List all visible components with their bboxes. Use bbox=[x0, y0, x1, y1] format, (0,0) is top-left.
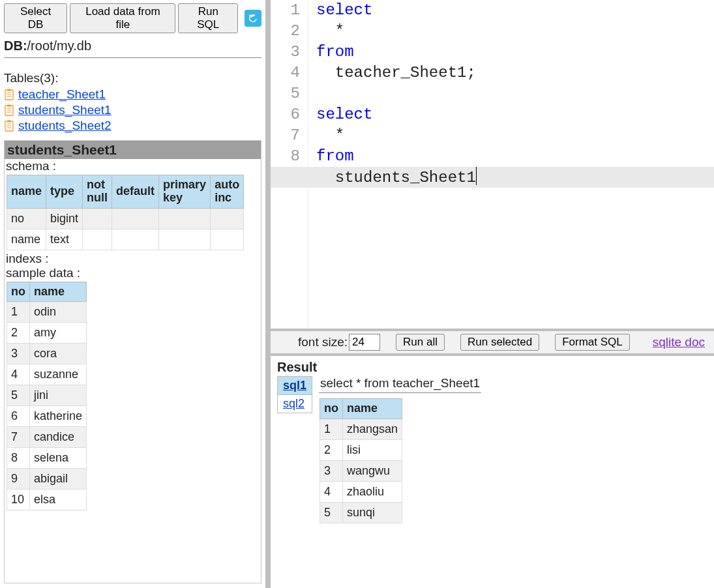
table-cell: 5 bbox=[320, 502, 343, 523]
gutter-line-number: 8 bbox=[271, 146, 300, 167]
table-cell: 2 bbox=[320, 439, 343, 460]
sqlite-doc-link[interactable]: sqlite doc bbox=[653, 335, 705, 349]
format-sql-button[interactable]: Format SQL bbox=[555, 334, 630, 351]
table-link[interactable]: students_Sheet2 bbox=[18, 119, 112, 133]
code-line[interactable]: * bbox=[316, 21, 714, 42]
table-link[interactable]: students_Sheet1 bbox=[18, 103, 112, 117]
result-title: Result bbox=[277, 360, 707, 375]
table-cell bbox=[83, 229, 112, 250]
code-line[interactable]: * bbox=[316, 125, 714, 146]
font-size-input[interactable] bbox=[349, 334, 380, 351]
table-row: 10elsa bbox=[7, 490, 87, 510]
table-list-item: teacher_Sheet1 bbox=[4, 87, 261, 102]
db-label: DB: bbox=[4, 38, 27, 53]
gutter-line-number: 7 bbox=[271, 125, 300, 146]
table-cell: odin bbox=[30, 302, 87, 323]
run-selected-button[interactable]: Run selected bbox=[460, 334, 539, 351]
code-line[interactable]: students_Sheet1 bbox=[316, 167, 714, 188]
table-row: 5sunqi bbox=[320, 502, 402, 523]
table-cell: 1 bbox=[320, 419, 343, 439]
schema-columns-table: nametypenotnulldefaultprimarykeyautoincn… bbox=[7, 175, 244, 250]
code-line[interactable]: teacher_Sheet1; bbox=[316, 63, 714, 83]
table-cell: amy bbox=[30, 323, 87, 344]
table-cell: text bbox=[46, 229, 83, 250]
table-cell: 3 bbox=[320, 460, 343, 481]
table-cell: bigint bbox=[46, 208, 83, 229]
result-tab-sql2[interactable]: sql2 bbox=[277, 394, 312, 413]
refresh-icon[interactable] bbox=[245, 10, 261, 27]
table-row: 2lisi bbox=[320, 439, 402, 460]
code-line[interactable]: select bbox=[316, 0, 714, 21]
code-line[interactable]: from bbox=[316, 42, 714, 63]
gutter-line-number: 3 bbox=[271, 42, 300, 63]
table-cell: 7 bbox=[7, 427, 30, 448]
top-toolbar: Select DB Load data from file Run SQL bbox=[4, 3, 261, 36]
font-size-label: font size: bbox=[298, 335, 348, 349]
select-db-button[interactable]: Select DB bbox=[4, 3, 67, 33]
table-cell: 4 bbox=[7, 364, 30, 385]
table-cell: abigail bbox=[30, 469, 87, 490]
db-path-line: DB:/root/my.db bbox=[4, 38, 261, 58]
table-cell: 6 bbox=[7, 406, 30, 427]
editor-toolbar: font size: Run all Run selected Format S… bbox=[271, 329, 714, 356]
table-cell bbox=[112, 208, 159, 229]
table-cell: cora bbox=[30, 344, 87, 364]
table-cell: katherine bbox=[30, 406, 87, 427]
sample-data-table: noname1odin2amy3cora4suzanne5jini6kather… bbox=[7, 282, 87, 511]
table-header-cell: default bbox=[112, 175, 159, 209]
table-header-cell: primarykey bbox=[159, 175, 211, 209]
table-list-item: students_Sheet1 bbox=[4, 102, 261, 118]
right-panel: 123456789 select *from teacher_Sheet1;se… bbox=[268, 0, 714, 588]
db-path: /root/my.db bbox=[27, 38, 92, 53]
indexes-label: indexs : bbox=[5, 252, 261, 266]
sql-editor[interactable]: 123456789 select *from teacher_Sheet1;se… bbox=[271, 0, 714, 329]
table-cell bbox=[211, 208, 244, 229]
table-cell bbox=[159, 208, 211, 229]
code-line[interactable]: from bbox=[316, 146, 714, 167]
table-cell: lisi bbox=[343, 439, 402, 460]
table-cell: suzanne bbox=[30, 364, 87, 385]
table-row: 8selena bbox=[7, 448, 87, 469]
table-header-cell: name bbox=[343, 399, 402, 419]
run-all-button[interactable]: Run all bbox=[396, 334, 445, 351]
table-row: 1odin bbox=[7, 302, 87, 323]
table-cell bbox=[83, 208, 112, 229]
code-line[interactable]: select bbox=[316, 104, 714, 125]
gutter-line-number: 6 bbox=[271, 104, 300, 125]
result-tab-sql1[interactable]: sql1 bbox=[277, 376, 312, 395]
result-panel: Result sql1sql2 select * from teacher_Sh… bbox=[271, 356, 714, 588]
tables-header: Tables(3): bbox=[4, 71, 261, 85]
schema-table-name: students_Sheet1 bbox=[5, 141, 261, 159]
table-cell: 1 bbox=[7, 302, 30, 323]
gutter-line-number: 1 bbox=[271, 0, 300, 21]
table-row: nobigint bbox=[7, 208, 244, 229]
result-query-echo: select * from teacher_Sheet1 bbox=[319, 376, 481, 393]
table-row: 7candice bbox=[7, 427, 87, 448]
table-row: 9abigail bbox=[7, 469, 87, 490]
table-row: 5jini bbox=[7, 385, 87, 406]
table-cell bbox=[211, 229, 244, 250]
run-sql-button[interactable]: Run SQL bbox=[178, 3, 238, 33]
table-row: 6katherine bbox=[7, 406, 87, 427]
svg-rect-1 bbox=[7, 89, 11, 91]
table-cell: no bbox=[7, 208, 46, 229]
table-cell: 8 bbox=[7, 448, 30, 469]
code-line[interactable] bbox=[316, 83, 714, 104]
table-header-cell: no bbox=[7, 282, 30, 302]
table-row: 1zhangsan bbox=[320, 419, 402, 439]
table-cell: 3 bbox=[7, 344, 30, 364]
table-cell bbox=[159, 229, 211, 250]
tables-list: teacher_Sheet1students_Sheet1students_Sh… bbox=[4, 85, 261, 136]
table-header-cell: no bbox=[320, 399, 343, 419]
table-cell: wangwu bbox=[343, 460, 402, 481]
table-link[interactable]: teacher_Sheet1 bbox=[18, 87, 106, 102]
load-data-button[interactable]: Load data from file bbox=[70, 3, 175, 33]
table-row: 3cora bbox=[7, 344, 87, 364]
table-header-cell: type bbox=[46, 175, 83, 209]
table-row: 4suzanne bbox=[7, 364, 87, 385]
svg-rect-6 bbox=[7, 105, 11, 107]
table-cell: elsa bbox=[30, 490, 87, 510]
table-header-cell: name bbox=[30, 282, 87, 302]
table-header-cell: name bbox=[7, 175, 46, 209]
table-cell: 9 bbox=[7, 469, 30, 490]
